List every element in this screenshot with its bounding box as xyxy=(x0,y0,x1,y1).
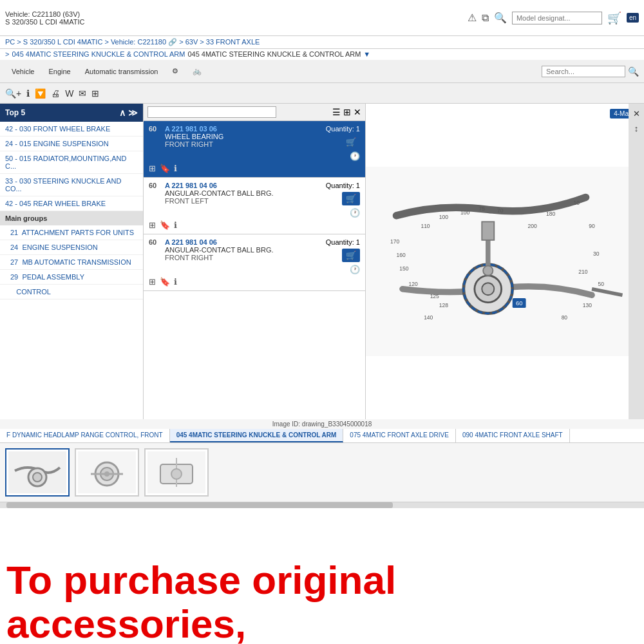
svg-text:160: 160 xyxy=(396,252,405,258)
diagram-toolbar: 🔍+ ℹ 🔽 🖨 W ✉ ⊞ xyxy=(0,83,644,104)
promo-line1: To purchase original accessories, xyxy=(6,558,638,644)
svg-text:70: 70 xyxy=(497,207,504,214)
bookmark-icon-2[interactable]: 🔖 xyxy=(160,277,170,287)
add-to-cart-btn-0[interactable]: 🛒 xyxy=(342,135,360,149)
clock-icon-0[interactable]: 🕐 xyxy=(350,151,360,161)
svg-text:120: 120 xyxy=(408,281,417,287)
svg-text:130: 130 xyxy=(583,302,592,308)
info-icon[interactable]: ℹ xyxy=(26,88,30,99)
list-view-icon[interactable]: ☰ xyxy=(332,107,341,117)
thumbnail-active[interactable] xyxy=(5,448,70,497)
filter-icon[interactable]: 🔽 xyxy=(35,88,46,99)
breadcrumb-steering[interactable]: 045 4MATIC STEERING KNUCKLE & CONTROL AR… xyxy=(12,50,185,58)
grid-icon-0[interactable]: ⊞ xyxy=(149,164,156,173)
bookmark-icon-0[interactable]: 🔖 xyxy=(160,164,170,173)
clock-icon-2[interactable]: 🕐 xyxy=(350,265,360,274)
search-icon[interactable]: 🔍 xyxy=(494,12,507,24)
sidebar-item-4[interactable]: 42 - 045 REAR WHEEL BRAKE xyxy=(0,196,143,211)
breadcrumb-model[interactable]: S 320/350 L CDI 4MATIC xyxy=(23,38,103,46)
breadcrumb-63v[interactable]: 63V xyxy=(185,38,198,46)
group-label-0: ATTACHMENT PARTS FOR UNITS xyxy=(22,229,134,236)
add-to-cart-btn-2[interactable]: 🛒 xyxy=(342,249,360,262)
vehicle-label: Vehicle: C221180 (63V) xyxy=(5,10,85,18)
info-icon-2[interactable]: ℹ xyxy=(174,277,177,287)
group-label-1: ENGINE SUSPENSION xyxy=(22,243,97,251)
zoom-in-icon[interactable]: 🔍+ xyxy=(5,88,21,99)
print-icon[interactable]: 🖨 xyxy=(51,88,60,99)
svg-point-43 xyxy=(171,469,182,479)
sidebar-item-0[interactable]: 42 - 030 FRONT WHEEL BRAKE xyxy=(0,122,143,137)
breadcrumb-pc[interactable]: PC xyxy=(5,38,15,46)
part-icons-row-0: ⊞ 🔖 ℹ xyxy=(149,164,360,173)
part-header-0: 60 A 221 981 03 06 WHEEL BEARING FRONT R… xyxy=(149,125,360,161)
model-label: S 320/350 L CDI 4MATIC xyxy=(5,18,85,26)
language-badge[interactable]: en xyxy=(627,13,639,23)
thumbnail-svg-0 xyxy=(8,451,66,493)
grid-icon-1[interactable]: ⊞ xyxy=(149,220,156,230)
part-header-2: 60 A 221 981 04 06 ANGULAR-CONTACT BALL … xyxy=(149,238,360,274)
info-icon-0[interactable]: ℹ xyxy=(174,164,177,173)
right-nav-icon[interactable]: ↕ xyxy=(634,124,639,133)
sidebar-group-0[interactable]: 21 ATTACHMENT PARTS FOR UNITS xyxy=(0,225,143,240)
tab-engine[interactable]: Engine xyxy=(42,64,77,79)
scrollbar-thumb[interactable] xyxy=(6,502,393,508)
toolbar-search-input[interactable] xyxy=(542,66,625,77)
bottom-tab-3[interactable]: 090 4MATIC FRONT AXLE SHAFT xyxy=(456,429,570,442)
sidebar-group-4[interactable]: CONTROL xyxy=(0,285,143,299)
sidebar-group-3[interactable]: 29 PEDAL ASSEMBLY xyxy=(0,270,143,285)
grid-icon-2[interactable]: ⊞ xyxy=(149,277,156,287)
part-info-1: A 221 981 04 06 ANGULAR-CONTACT BALL BRG… xyxy=(165,182,326,205)
part-row-0[interactable]: 60 A 221 981 03 06 WHEEL BEARING FRONT R… xyxy=(144,121,365,178)
breadcrumb-sub-label: 045 4MATIC STEERING KNUCKLE & CONTROL AR… xyxy=(187,50,361,58)
image-id-bar: Image ID: drawing_B33045000018 xyxy=(0,419,644,429)
copy-icon[interactable]: ⧉ xyxy=(482,12,489,24)
svg-text:110: 110 xyxy=(421,223,430,229)
thumbnail-svg-1 xyxy=(78,451,136,493)
bottom-tab-1[interactable]: 045 4MATIC STEERING KNUCKLE & CONTROL AR… xyxy=(170,429,344,442)
tab-automatic-transmission[interactable]: Automatic transmission xyxy=(79,64,165,79)
toolbar-filter-icon[interactable]: 🔍 xyxy=(628,66,639,77)
sidebar-group-2[interactable]: 27 MB AUTOMATIC TRANSMISSION xyxy=(0,255,143,270)
clock-icon-1[interactable]: 🕐 xyxy=(350,208,360,218)
grid-view-icon[interactable]: ⊞ xyxy=(343,107,351,117)
svg-text:10: 10 xyxy=(574,200,580,206)
promo-section: To purchase original accessories, please… xyxy=(0,508,644,644)
horizontal-scrollbar[interactable] xyxy=(0,502,644,508)
sidebar-item-2[interactable]: 50 - 015 RADIATOR,MOUNTING,AND C... xyxy=(0,151,143,174)
breadcrumb-axle[interactable]: 33 FRONT AXLE xyxy=(206,38,260,46)
word-icon[interactable]: W xyxy=(65,88,73,99)
part-info-2: A 221 981 04 06 ANGULAR-CONTACT BALL BRG… xyxy=(165,238,326,261)
right-zoom-icon[interactable]: ✕ xyxy=(633,109,640,118)
bottom-tab-2[interactable]: 075 4MATIC FRONT AXLE DRIVE xyxy=(343,429,456,442)
header-left: Vehicle: C221180 (63V) S 320/350 L CDI 4… xyxy=(5,10,85,26)
expand-icon[interactable]: ⊞ xyxy=(91,88,99,99)
sidebar-item-3[interactable]: 33 - 030 STEERING KNUCKLE AND CO... xyxy=(0,174,143,196)
bookmark-icon-1[interactable]: 🔖 xyxy=(160,220,170,230)
part-info-0: A 221 981 03 06 WHEEL BEARING FRONT RIGH… xyxy=(165,125,326,148)
parts-filter-input[interactable] xyxy=(147,106,276,118)
sidebar-item-1[interactable]: 24 - 015 ENGINE SUSPENSION xyxy=(0,137,143,151)
qty-label-2: Quantity: 1 xyxy=(326,238,360,246)
group-num-3: 29 xyxy=(10,273,18,281)
svg-point-3 xyxy=(482,283,494,295)
part-qty-1: Quantity: 1 🛒 🕐 xyxy=(326,182,360,218)
thumbnail-1[interactable] xyxy=(75,448,139,497)
sidebar-group-1[interactable]: 24 ENGINE SUSPENSION xyxy=(0,240,143,255)
tab-bike-icon[interactable]: 🚲 xyxy=(186,63,208,79)
tab-vehicle[interactable]: Vehicle xyxy=(5,64,41,79)
breadcrumb-vehicle[interactable]: Vehicle: C221180 xyxy=(111,38,166,46)
close-parts-icon[interactable]: ✕ xyxy=(354,107,361,117)
cart-icon[interactable]: 🛒 xyxy=(607,11,621,25)
part-sub-1: FRONT LEFT xyxy=(165,197,326,205)
tab-settings-icon[interactable]: ⚙ xyxy=(166,63,185,79)
part-row-2[interactable]: 60 A 221 981 04 06 ANGULAR-CONTACT BALL … xyxy=(144,234,365,291)
info-icon-1[interactable]: ℹ xyxy=(174,220,177,230)
collapse-icons[interactable]: ∧ ≫ xyxy=(119,108,138,118)
part-row-1[interactable]: 60 A 221 981 04 06 ANGULAR-CONTACT BALL … xyxy=(144,178,365,234)
add-to-cart-btn-1[interactable]: 🛒 xyxy=(342,192,360,205)
bottom-tab-0[interactable]: F DYNAMIC HEADLAMP RANGE CONTROL, FRONT xyxy=(0,429,170,442)
email-icon[interactable]: ✉ xyxy=(79,88,86,99)
model-search-input[interactable] xyxy=(512,12,602,24)
thumbnail-2[interactable] xyxy=(144,448,209,497)
breadcrumb-dropdown[interactable]: ▼ xyxy=(363,50,370,58)
